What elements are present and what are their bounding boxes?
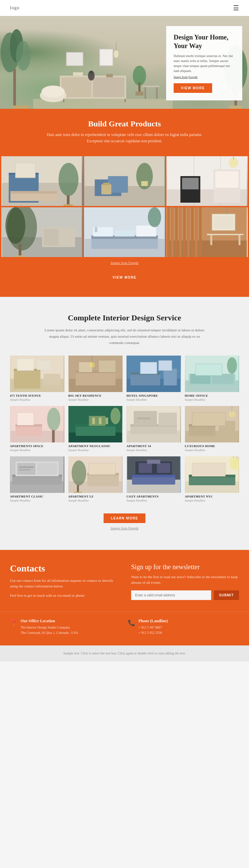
svg-rect-48 <box>141 181 148 186</box>
phone-contact: 📞 Phone (Landline) + 912 3 567 8867 + 91… <box>128 612 239 636</box>
orange-band-title: Build Great Products <box>13 119 236 128</box>
project-grid-row3: APARTMENT CLASIC Sample Headline APARTME… <box>10 456 239 502</box>
svg-rect-75 <box>94 227 97 232</box>
project-title-7: APARTMENT 34 <box>127 444 181 448</box>
svg-rect-114 <box>164 369 177 385</box>
svg-rect-100 <box>17 359 34 371</box>
grid-image-1 <box>1 156 83 206</box>
project-img-5 <box>10 406 64 442</box>
freepik-note: Images from Freepik <box>0 258 249 267</box>
project-scene-3 <box>127 355 181 392</box>
project-title-5: APARTMENTS SPACE <box>10 444 64 448</box>
project-sub-5: Sample Headline <box>10 448 64 452</box>
room-scene-1 <box>1 156 83 206</box>
svg-rect-135 <box>89 416 105 426</box>
project-item-12[interactable]: APARTMENT NYC Sample Headline <box>185 456 239 502</box>
svg-rect-160 <box>17 463 35 475</box>
svg-rect-161 <box>37 463 57 475</box>
image-grid <box>0 155 249 258</box>
svg-rect-66 <box>44 229 58 245</box>
project-item-11[interactable]: COZY APARTMENTS Sample Headline <box>127 456 181 502</box>
svg-rect-67 <box>60 229 73 245</box>
grid-image-4 <box>1 207 83 257</box>
svg-point-18 <box>42 86 65 97</box>
svg-rect-167 <box>77 485 79 493</box>
svg-rect-25 <box>135 92 143 95</box>
svg-rect-12 <box>93 77 124 97</box>
office-line2: The Courtyard, Al Qiuz 1, Colorado, -USA <box>21 630 78 636</box>
project-sub-9: Sample Headline <box>10 499 64 502</box>
svg-rect-30 <box>156 87 158 99</box>
svg-rect-46 <box>103 183 110 185</box>
project-title-11: COZY APARTMENTS <box>127 495 181 499</box>
svg-rect-79 <box>167 207 170 257</box>
svg-rect-82 <box>179 207 182 257</box>
grid-image-2 <box>84 156 165 206</box>
svg-rect-20 <box>124 99 126 102</box>
service-section: Complete Interior Design Service Lorem i… <box>0 297 249 550</box>
svg-point-139 <box>110 408 120 424</box>
project-img-1 <box>10 355 64 392</box>
project-item-6[interactable]: APARTMENT NEOCLASSIC Sample Headline <box>68 406 123 452</box>
svg-rect-88 <box>207 234 244 235</box>
phone-number-1: + 912 3 567 8867 <box>138 625 168 630</box>
hero-furniture <box>33 42 173 109</box>
learn-more-button[interactable]: LEARN MORE <box>104 514 145 523</box>
room-scene-5 <box>84 207 165 257</box>
svg-point-36 <box>58 163 78 196</box>
contacts-section: Contacts Use our contact form for all in… <box>0 550 249 612</box>
project-item-4[interactable]: HOME OFFICE Sample Headline <box>185 355 239 401</box>
project-img-9 <box>10 456 64 493</box>
svg-rect-56 <box>216 171 239 188</box>
project-item-5[interactable]: APARTMENTS SPACE Sample Headline <box>10 406 64 452</box>
project-title-2: BIG SKY RESIDENCE <box>68 394 123 398</box>
learn-more-container: LEARN MORE <box>10 507 239 526</box>
service-freepik-note: Images from Freepik <box>10 526 239 537</box>
hero-card: Design Your Home, Your Way Habitant morb… <box>166 26 242 100</box>
svg-point-14 <box>90 71 93 74</box>
office-location: 📍 Our Office Location The Interior Desig… <box>10 612 121 636</box>
view-more-button[interactable]: VIEW MORE <box>105 273 144 282</box>
project-img-7 <box>127 406 181 442</box>
submit-button[interactable]: SUBMIT <box>214 590 239 600</box>
view-more-container: VIEW MORE <box>0 267 249 290</box>
project-item-3[interactable]: HOTEL SINGAPORE Sample Headline <box>127 355 181 401</box>
svg-rect-54 <box>182 178 199 189</box>
svg-rect-145 <box>159 413 177 426</box>
hamburger-icon[interactable]: ☰ <box>233 4 239 12</box>
room-scene-2 <box>84 156 165 206</box>
svg-rect-162 <box>19 466 34 468</box>
hero-cta-button[interactable]: VIEW MORE <box>174 83 212 93</box>
hero-image-credit: Image from Freepik <box>174 75 235 79</box>
project-scene-9 <box>10 456 64 493</box>
footer-text: Sample text. Click to select the text bo… <box>63 651 186 655</box>
project-item-10[interactable]: APARTMENT LF Sample Headline <box>68 456 123 502</box>
svg-rect-74 <box>136 225 156 237</box>
project-title-1: 475 TENTH AVENUE <box>10 394 64 398</box>
svg-rect-28 <box>143 86 159 87</box>
project-item-9[interactable]: APARTMENT CLASIC Sample Headline <box>10 456 64 502</box>
svg-rect-129 <box>52 430 55 442</box>
svg-rect-116 <box>159 361 172 371</box>
email-input[interactable] <box>131 590 211 600</box>
contacts-desc2: Feel free to get in touch with us via em… <box>10 593 118 599</box>
svg-rect-122 <box>195 364 222 375</box>
project-item-7[interactable]: APARTMENT 34 Sample Headline <box>127 406 181 452</box>
project-item-2[interactable]: BIG SKY RESIDENCE Sample Headline <box>68 355 123 401</box>
service-desc: Lorem ipsum dolor sit amet, consectetur … <box>42 327 208 346</box>
svg-point-108 <box>89 362 94 368</box>
project-scene-5 <box>10 406 64 442</box>
project-item-8[interactable]: LUXURIOUS HOME Sample Headline <box>185 406 239 452</box>
svg-rect-87 <box>199 207 202 257</box>
phone-icon: 📞 <box>128 619 135 626</box>
project-item-1[interactable]: 475 TENTH AVENUE Sample Headline <box>10 355 64 401</box>
room-scene-6 <box>166 207 248 257</box>
project-title-4: HOME OFFICE <box>185 394 239 398</box>
project-title-6: APARTMENT NEOCLASSIC <box>68 444 123 448</box>
svg-rect-21 <box>66 53 83 66</box>
svg-rect-97 <box>14 369 40 389</box>
office-details: Our Office Location The Interior Design … <box>21 619 78 636</box>
contacts-left: Contacts Use our contact form for all in… <box>10 563 118 602</box>
project-title-8: LUXURIOUS HOME <box>185 444 239 448</box>
svg-rect-73 <box>114 230 135 237</box>
